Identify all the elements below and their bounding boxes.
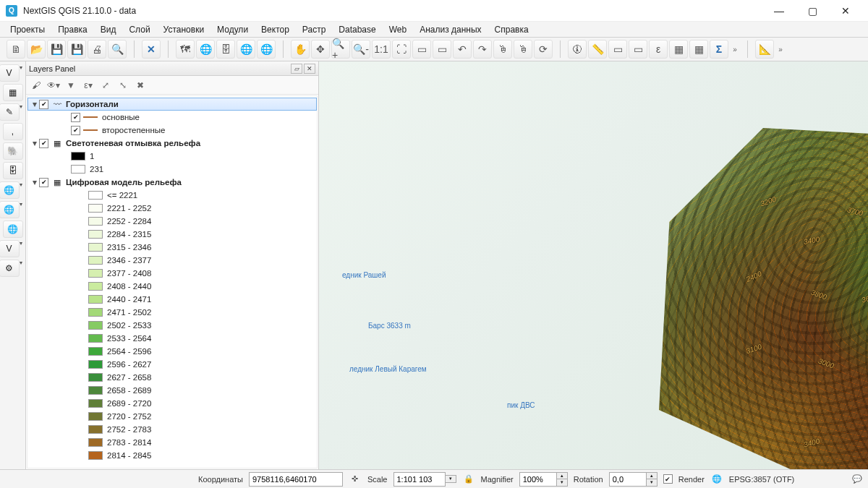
scale-input[interactable]: [393, 472, 446, 487]
layer-tree[interactable]: ▾〰Горизонталиосновныевторостепенные▾▦Све…: [27, 95, 318, 468]
measure-button[interactable]: 📏: [588, 40, 607, 59]
messages-icon[interactable]: 💬: [851, 473, 864, 486]
add-delimited-button[interactable]: ,: [3, 123, 23, 140]
select-button[interactable]: ▭: [608, 40, 627, 59]
visibility-checkbox[interactable]: [71, 126, 80, 135]
caret-icon[interactable]: ▾: [30, 138, 39, 148]
manage-themes-icon[interactable]: 👁▾: [46, 78, 61, 93]
add-postgis-button[interactable]: 🐘: [3, 142, 23, 160]
menu-установки[interactable]: Установки: [158, 23, 210, 36]
legend-dem-class[interactable]: 2596 - 2627: [27, 358, 317, 371]
legend-dem-class[interactable]: 2564 - 2596: [27, 345, 317, 358]
print-composer-button[interactable]: 🖨: [88, 40, 106, 59]
coords-input[interactable]: [249, 472, 343, 487]
rotation-input[interactable]: [609, 472, 647, 487]
legend-dem-class[interactable]: 2471 - 2502: [27, 306, 317, 319]
add-wfs-button[interactable]: 🌐: [257, 40, 276, 59]
refresh-button[interactable]: 🖰: [493, 40, 512, 59]
layer-dem[interactable]: ▾▦Цифровая модель рельефа: [27, 176, 317, 189]
add-raster-button[interactable]: 🌐: [196, 40, 215, 59]
filter-expression-icon[interactable]: ε▾: [81, 78, 95, 93]
pan-selection-button[interactable]: ✥: [311, 40, 330, 59]
legend-dem-class[interactable]: 2315 - 2346: [27, 241, 317, 254]
identify-features-button[interactable]: 🛈: [568, 40, 587, 59]
caret-icon[interactable]: ▾: [30, 99, 39, 109]
visibility-checkbox[interactable]: [39, 139, 48, 148]
caret-icon[interactable]: ▾: [30, 177, 39, 187]
panel-float-button[interactable]: ▱: [291, 64, 302, 74]
panel-close-button[interactable]: ✕: [304, 64, 315, 74]
zoom-layer-button[interactable]: ▭: [433, 40, 451, 59]
crs-icon[interactable]: 🌐: [710, 473, 723, 486]
layer-contours[interactable]: ▾〰Горизонтали: [27, 98, 317, 111]
legend-dem-class[interactable]: 2502 - 2533: [27, 319, 317, 332]
zoom-last-button[interactable]: ↶: [453, 40, 472, 59]
filter-legend-icon[interactable]: ▼: [64, 78, 78, 93]
map-canvas[interactable]: 3200370034002900330027002400380036003500…: [319, 61, 868, 469]
menu-database[interactable]: Database: [333, 23, 381, 36]
render-checkbox[interactable]: [663, 474, 673, 484]
add-raster-layer-button[interactable]: ▦: [3, 84, 23, 101]
composer-manager-button[interactable]: 🔍: [108, 40, 127, 59]
menu-справка[interactable]: Справка: [489, 23, 535, 36]
legend-dem-class[interactable]: 2783 - 2814: [27, 436, 317, 449]
add-wfs-layer-button[interactable]: 🌐: [3, 221, 23, 238]
attribute-table-button[interactable]: ▦: [669, 40, 688, 59]
deselect-button[interactable]: ▭: [629, 40, 647, 59]
add-db-button[interactable]: 🗄: [216, 40, 235, 59]
identify-button[interactable]: 🖰: [514, 40, 532, 59]
add-wms-layer-button[interactable]: 🌐: [0, 181, 20, 199]
add-wms-button[interactable]: 🌐: [237, 40, 255, 59]
visibility-checkbox[interactable]: [71, 113, 80, 122]
maximize-button[interactable]: ▢: [796, 0, 829, 22]
legend-dem-class[interactable]: 2814 - 2845: [27, 449, 317, 462]
legend-dem-class[interactable]: <= 2221: [27, 189, 317, 202]
collapse-all-icon[interactable]: ⤡: [116, 78, 130, 93]
refresh-map-button[interactable]: ⟳: [534, 40, 553, 59]
legend-dem-class[interactable]: 2284 - 2315: [27, 228, 317, 241]
field-calc-button[interactable]: ▦: [689, 40, 708, 59]
zoom-next-button[interactable]: ↷: [473, 40, 492, 59]
legend-hillshade-item[interactable]: 1: [27, 150, 317, 163]
zoom-out-button[interactable]: 🔍-: [352, 40, 370, 59]
save-button[interactable]: 💾: [47, 40, 66, 59]
close-button[interactable]: ✕: [829, 0, 862, 22]
legend-contours-item[interactable]: второстепенные: [27, 124, 317, 137]
legend-dem-class[interactable]: 2377 - 2408: [27, 267, 317, 280]
zoom-in-button[interactable]: 🔍+: [331, 40, 350, 59]
menu-растр[interactable]: Растр: [297, 23, 331, 36]
magnifier-input[interactable]: [519, 472, 557, 487]
crs-label[interactable]: EPSG:3857 (OTF): [729, 475, 794, 484]
legend-dem-class[interactable]: 2658 - 2689: [27, 384, 317, 397]
remove-layer-icon[interactable]: ✖: [133, 78, 148, 93]
lock-scale-icon[interactable]: 🔒: [462, 473, 475, 486]
add-wcs-button[interactable]: 🌐: [0, 201, 20, 218]
menu-вид[interactable]: Вид: [95, 23, 122, 36]
menu-анализ данных[interactable]: Анализ данных: [414, 23, 487, 36]
add-vector-layer-button[interactable]: V: [0, 64, 20, 82]
processing-button[interactable]: ⚙: [0, 260, 20, 277]
minimize-button[interactable]: —: [762, 0, 796, 22]
legend-dem-class[interactable]: 2689 - 2720: [27, 397, 317, 410]
open-project-button[interactable]: 📂: [27, 40, 46, 59]
virtual-layer-button[interactable]: V: [0, 240, 20, 257]
layer-hillshade[interactable]: ▾▦Светотеневая отмывка рельефа: [27, 137, 317, 150]
new-project-button[interactable]: 🗎: [7, 40, 25, 59]
menu-модули[interactable]: Модули: [211, 23, 254, 36]
legend-hillshade-item[interactable]: 231: [27, 163, 317, 176]
menu-web[interactable]: Web: [383, 23, 412, 36]
rotation-spinner[interactable]: ▴▾: [647, 472, 658, 487]
style-manager-icon[interactable]: 🖌: [29, 78, 43, 93]
visibility-checkbox[interactable]: [39, 178, 48, 187]
save-as-button[interactable]: 💾: [67, 40, 86, 59]
toolbar-overflow-icon[interactable]: »: [730, 40, 740, 59]
expand-all-icon[interactable]: ⤢: [98, 78, 113, 93]
menu-проекты[interactable]: Проекты: [4, 23, 51, 36]
toolbar-overflow-icon[interactable]: »: [775, 40, 786, 59]
statistics-button[interactable]: Σ: [710, 40, 728, 59]
legend-dem-class[interactable]: 2440 - 2471: [27, 293, 317, 306]
add-spatialite-button[interactable]: 🗄: [3, 162, 23, 179]
visibility-checkbox[interactable]: [39, 100, 48, 109]
toggle-extents-icon[interactable]: ✜: [349, 473, 362, 486]
legend-dem-class[interactable]: 2627 - 2658: [27, 371, 317, 384]
